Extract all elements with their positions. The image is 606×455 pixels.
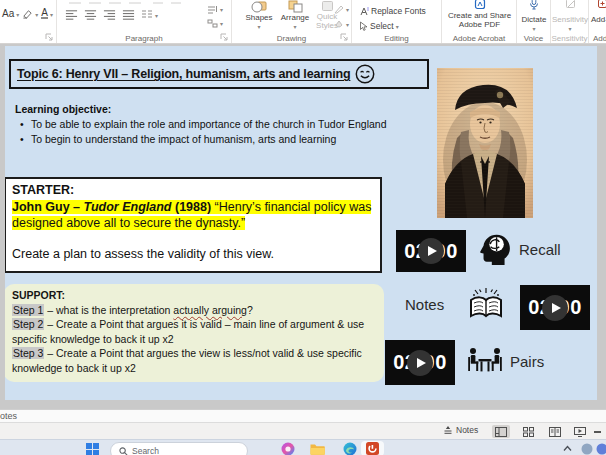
- ribbon-group-editing: Replace Fonts Select Editing: [352, 0, 442, 44]
- tray-chevron-up-icon[interactable]: [563, 445, 572, 452]
- addins-group-label: Add-ins: [589, 34, 606, 43]
- pairs-label: Pairs: [510, 353, 544, 370]
- font-color-letter: A: [41, 8, 48, 19]
- henry-vii-portrait-image[interactable]: [437, 68, 533, 218]
- notes-pane[interactable]: otes: [0, 409, 606, 422]
- addins-button[interactable]: Add-ins: [591, 15, 606, 24]
- support-box[interactable]: SUPPORT: Step 1 – what is the interpreta…: [5, 284, 384, 382]
- drawing-group-label: Drawing: [232, 34, 351, 43]
- replace-fonts-label: Replace Fonts: [371, 6, 426, 16]
- play-button[interactable]: [407, 350, 433, 376]
- replace-fonts-button[interactable]: Replace Fonts: [359, 6, 426, 16]
- windows-start-button[interactable]: [86, 443, 99, 455]
- powerpoint-app-icon: [366, 442, 379, 455]
- quick-styles-icon: [321, 0, 334, 12]
- create-share-pdf-button[interactable]: Create and Share Adobe PDF: [442, 11, 517, 29]
- sensitivity-button[interactable]: Sensitivity: [551, 15, 589, 33]
- slide-editing-area: Topic 6: Henry VII – Religion, humanism,…: [0, 44, 606, 409]
- slide-canvas[interactable]: Topic 6: Henry VII – Religion, humanism,…: [5, 46, 597, 400]
- pdf-button-line2: Adobe PDF: [459, 20, 500, 29]
- chevron-down-icon: [532, 24, 535, 33]
- highlight-color-button[interactable]: [22, 8, 38, 19]
- font-dialog-launcher[interactable]: [45, 33, 53, 41]
- font-color-button[interactable]: A: [41, 8, 53, 19]
- change-case-button[interactable]: Aa: [2, 8, 19, 19]
- chevron-down-icon: [346, 19, 349, 29]
- chevron-down-icon: [155, 10, 158, 20]
- paragraph-dialog-launcher[interactable]: [220, 33, 228, 41]
- justify-icon[interactable]: [122, 9, 135, 21]
- convert-smartart-button[interactable]: [207, 18, 223, 28]
- shape-outline-icon: [334, 5, 344, 14]
- chevron-down-icon: [50, 9, 53, 19]
- arrange-icon: [288, 0, 303, 13]
- sensitivity-group-label: Sensitivity: [551, 34, 588, 43]
- slide-sorter-view-button[interactable]: [519, 425, 537, 438]
- step-2-text: – Create a Point that argues it is valid…: [12, 318, 364, 345]
- zoom-out-button[interactable]: [594, 431, 601, 433]
- notes-label: Notes: [405, 296, 444, 313]
- pairs-timer-video[interactable]: 02:00: [385, 340, 455, 385]
- copilot-app-icon[interactable]: [281, 442, 295, 455]
- tray-onedrive-icon[interactable]: [581, 443, 593, 455]
- arrange-button[interactable]: Arrange: [278, 0, 312, 31]
- ribbon-group-paragraph: Paragraph: [57, 0, 232, 44]
- drawing-dialog-launcher[interactable]: [340, 33, 348, 41]
- editing-group-label: Editing: [352, 34, 441, 43]
- starter-heading: STARTER:: [12, 182, 374, 199]
- align-right-icon[interactable]: [103, 9, 116, 21]
- support-step-1: Step 1 – what is the interpretation actu…: [12, 303, 376, 318]
- starter-box[interactable]: STARTER: John Guy – Tudor England (1988)…: [5, 177, 382, 273]
- taskbar: Search: [0, 439, 606, 455]
- ribbon-group-drawing: Shapes Arrange QuickStyles Drawing: [232, 0, 352, 44]
- shapes-button[interactable]: Shapes: [242, 0, 276, 31]
- chevron-down-icon: [396, 21, 399, 31]
- recall-timer-video[interactable]: 02:00: [396, 230, 466, 272]
- columns-button[interactable]: [141, 9, 158, 21]
- slide-title-box[interactable]: Topic 6: Henry VII – Religion, humanism,…: [9, 59, 429, 89]
- select-button[interactable]: Select: [359, 21, 399, 31]
- learning-objective-block[interactable]: Learning objective: To be able to explai…: [15, 102, 397, 147]
- text-direction-button[interactable]: [207, 4, 223, 14]
- notes-toggle-button[interactable]: Notes: [443, 425, 478, 435]
- shape-fill-button[interactable]: [334, 19, 349, 29]
- smartart-icon: [207, 19, 218, 28]
- play-button[interactable]: [418, 238, 444, 264]
- slideshow-view-button[interactable]: [571, 425, 589, 438]
- notes-timer-video[interactable]: 02:00: [520, 285, 590, 330]
- cursor-icon: [359, 21, 368, 31]
- shapes-icon: [251, 0, 267, 13]
- align-center-icon[interactable]: [84, 9, 97, 21]
- play-icon: [551, 302, 562, 314]
- file-explorer-icon[interactable]: [310, 443, 325, 455]
- select-label: Select: [370, 21, 394, 31]
- support-step-3: Step 3 – Create a Point that argues the …: [12, 346, 376, 375]
- dictate-button[interactable]: Dictate: [517, 15, 551, 33]
- play-icon: [416, 357, 427, 369]
- chevron-down-icon: [346, 4, 349, 14]
- shapes-label: Shapes: [245, 13, 272, 22]
- step-1-post: ?: [247, 304, 253, 316]
- chevron-down-icon: [35, 9, 38, 19]
- slide-sorter-icon: [523, 427, 534, 437]
- chevron-down-icon: [257, 22, 260, 31]
- support-heading: SUPPORT:: [12, 288, 376, 303]
- paragraph-group-label: Paragraph: [57, 34, 231, 43]
- reading-view-button[interactable]: [546, 425, 564, 438]
- taskbar-search-box[interactable]: Search: [110, 442, 248, 455]
- shape-outline-button[interactable]: [334, 4, 349, 14]
- notes-toggle-icon: [443, 425, 453, 435]
- highlighter-icon: [22, 8, 33, 19]
- ribbon-group-addins: Add-ins Add-ins: [589, 0, 606, 44]
- notes-pane-text: otes: [0, 411, 17, 421]
- edge-browser-icon[interactable]: [343, 442, 357, 455]
- align-left-icon[interactable]: [65, 9, 78, 21]
- tray-teams-icon[interactable]: [596, 443, 606, 455]
- step-1-label: Step 1: [12, 304, 44, 316]
- powerpoint-taskbar-button[interactable]: [361, 441, 384, 455]
- step-2-label: Step 2: [12, 318, 44, 330]
- brain-head-icon: [478, 232, 512, 266]
- support-step-2: Step 2 – Create a Point that argues it i…: [12, 317, 376, 346]
- normal-view-button[interactable]: [492, 425, 510, 438]
- play-button[interactable]: [542, 295, 568, 321]
